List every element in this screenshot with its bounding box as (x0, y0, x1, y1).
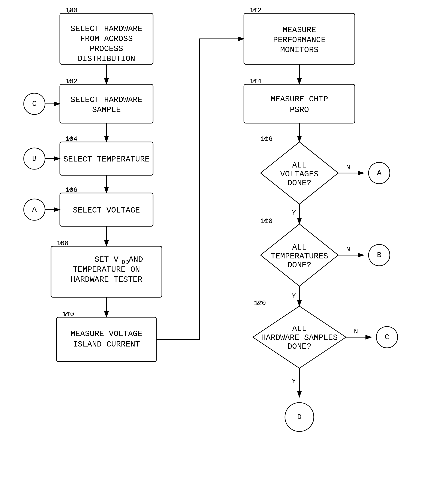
node-id-112: 112 (249, 7, 262, 14)
label-120a: ALL (292, 324, 307, 333)
label-120c: DONE? (287, 342, 311, 351)
label-120b: HARDWARE SAMPLES (261, 333, 338, 342)
label-108b: TEMPERATURE ON (73, 265, 140, 274)
label-100: SELECT HARDWARE (71, 24, 142, 34)
flowchart: SELECT HARDWARE FROM ACROSS PROCESS DIST… (0, 0, 432, 504)
label-116-Y: Y (292, 209, 296, 217)
label-118-Y: Y (292, 292, 296, 300)
node-id-116: 116 (261, 135, 273, 143)
node-id-114: 114 (249, 78, 262, 85)
connector-D-label: D (297, 413, 302, 421)
connector-A-left-label: A (32, 205, 37, 214)
label-108a: SET V (95, 255, 118, 264)
node-id-104: 104 (65, 135, 77, 143)
label-116b: VOLTAGES (280, 170, 319, 179)
label-116c: DONE? (287, 179, 311, 188)
label-112c: MONITORS (280, 45, 319, 54)
label-100c: PROCESS (90, 44, 123, 54)
label-102: SELECT HARDWARE (71, 95, 142, 105)
label-102b: SAMPLE (92, 105, 121, 115)
label-116-N: N (346, 164, 350, 171)
connector-B-right-label: B (377, 251, 381, 259)
label-112b: PERFORMANCE (273, 36, 326, 45)
label-116a: ALL (292, 161, 307, 170)
label-106: SELECT VOLTAGE (73, 206, 140, 215)
label-118c: DONE? (287, 261, 311, 270)
node-id-102: 102 (65, 78, 77, 85)
label-120-Y: Y (292, 378, 296, 385)
label-100d: DISTRIBUTION (78, 54, 135, 63)
label-110b: ISLAND CURRENT (73, 340, 140, 349)
connector-C-left-label: C (32, 99, 37, 108)
label-114b: PSRO (290, 105, 309, 115)
label-118b: TEMPERATURES (271, 252, 328, 261)
label-118-N: N (346, 246, 350, 253)
label-108c: HARDWARE TESTER (71, 275, 142, 284)
node-id-106: 106 (65, 186, 77, 194)
label-112a: MEASURE (282, 26, 316, 35)
box-110 (57, 317, 156, 362)
node-id-118: 118 (261, 217, 273, 225)
connector-C-right-label: C (385, 333, 389, 342)
label-118a: ALL (292, 243, 307, 252)
label-104: SELECT TEMPERATURE (63, 155, 150, 164)
node-id-110: 110 (62, 311, 74, 318)
label-114a: MEASURE CHIP (271, 95, 328, 104)
label-100b: FROM ACROSS (80, 34, 133, 44)
connector-B-left-label: B (32, 154, 37, 163)
connector-A-right-label: A (377, 169, 382, 177)
label-120-N: N (354, 328, 358, 335)
node-id-108: 108 (57, 240, 69, 247)
arrow-110-112 (156, 39, 244, 339)
node-id-120: 120 (254, 299, 266, 307)
label-108-and: AND (129, 255, 143, 264)
label-110a: MEASURE VOLTAGE (71, 329, 142, 339)
